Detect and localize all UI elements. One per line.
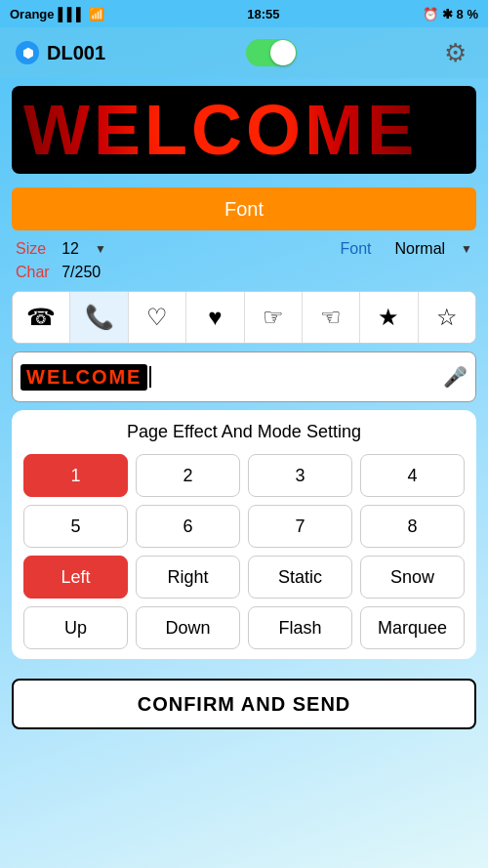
led-display: WELCOME	[12, 86, 476, 174]
effect-btn-3[interactable]: 3	[248, 454, 352, 497]
status-left: Orange ▌▌▌ 📶	[10, 7, 104, 21]
led-text: WELCOME	[23, 90, 418, 170]
bluetooth-status-icon: ✱	[442, 7, 453, 21]
effect-btn-5[interactable]: 5	[23, 505, 128, 548]
alarm-icon: ⏰	[423, 7, 438, 21]
status-right: ⏰ ✱ 8 %	[423, 7, 478, 21]
star-outline-icon[interactable]: ☆	[419, 292, 475, 343]
effect-btn-left[interactable]: Left	[23, 556, 128, 599]
wifi-icon: 📶	[89, 7, 104, 21]
icon-row: ☎ 📞 ♡ ♥ ☞ ☜ ★ ☆	[12, 291, 476, 344]
heart-outline-icon[interactable]: ♡	[129, 292, 186, 343]
settings-icon[interactable]: ⚙	[437, 35, 472, 70]
effect-btn-flash[interactable]: Flash	[248, 606, 352, 649]
effect-btn-static[interactable]: Static	[248, 556, 352, 599]
status-bar: Orange ▌▌▌ 📶 18:55 ⏰ ✱ 8 %	[0, 0, 488, 27]
effect-btn-6[interactable]: 6	[136, 505, 240, 548]
text-input-value: WELCOME	[20, 364, 147, 391]
hand-right-icon[interactable]: ☞	[245, 292, 303, 343]
effect-btn-1[interactable]: 1	[23, 454, 128, 497]
font-button[interactable]: Font	[12, 187, 476, 230]
effect-btn-4[interactable]: 4	[360, 454, 465, 497]
top-nav: ⬢ DL001 ⚙	[0, 27, 488, 78]
effect-grid: 1 2 3 4 5 6 7 8 Left Right Static Snow U…	[23, 454, 465, 649]
mic-icon[interactable]: 🎤	[443, 365, 468, 389]
font-label: Font	[341, 240, 372, 258]
font-value: Normal	[395, 240, 446, 258]
effect-btn-marquee[interactable]: Marquee	[360, 606, 465, 649]
device-name-label: DL001	[47, 42, 105, 64]
char-label: Char	[16, 264, 50, 280]
power-toggle[interactable]	[246, 39, 297, 66]
toggle-knob	[270, 40, 296, 65]
carrier-label: Orange	[10, 7, 55, 21]
size-dropdown-arrow[interactable]: ▼	[95, 242, 106, 256]
confirm-send-button[interactable]: CONFIRM AND SEND	[12, 679, 476, 729]
star-filled-icon[interactable]: ★	[360, 292, 418, 343]
phone-filled-icon[interactable]: 📞	[70, 292, 128, 343]
effect-btn-8[interactable]: 8	[360, 505, 465, 548]
heart-filled-icon[interactable]: ♥	[186, 292, 244, 343]
text-cursor	[149, 366, 151, 388]
battery-label: 8 %	[457, 7, 478, 21]
page-effect-section: Page Effect And Mode Setting 1 2 3 4 5 6…	[12, 410, 476, 659]
text-input-wrapper[interactable]: WELCOME 🎤	[12, 351, 476, 402]
effect-btn-up[interactable]: Up	[23, 606, 128, 649]
char-value: 7/250	[61, 264, 101, 280]
effect-btn-snow[interactable]: Snow	[360, 556, 465, 599]
effect-btn-2[interactable]: 2	[136, 454, 240, 497]
time-label: 18:55	[247, 7, 279, 21]
char-row: Char 7/250	[0, 262, 488, 287]
bluetooth-icon: ⬢	[16, 41, 39, 64]
effect-btn-right[interactable]: Right	[136, 556, 240, 599]
nav-left: ⬢ DL001	[16, 41, 105, 64]
size-font-row: Size 12 ▼ Font Normal ▼	[0, 236, 488, 262]
size-value: 12	[61, 240, 79, 258]
signal-icon: ▌▌▌	[59, 7, 86, 21]
hand-left-icon[interactable]: ☜	[303, 292, 360, 343]
page-effect-title: Page Effect And Mode Setting	[23, 422, 465, 442]
phone-outline-icon[interactable]: ☎	[13, 292, 70, 343]
effect-btn-7[interactable]: 7	[248, 505, 352, 548]
effect-btn-down[interactable]: Down	[136, 606, 240, 649]
font-dropdown-arrow[interactable]: ▼	[461, 242, 472, 256]
size-label: Size	[16, 240, 46, 258]
